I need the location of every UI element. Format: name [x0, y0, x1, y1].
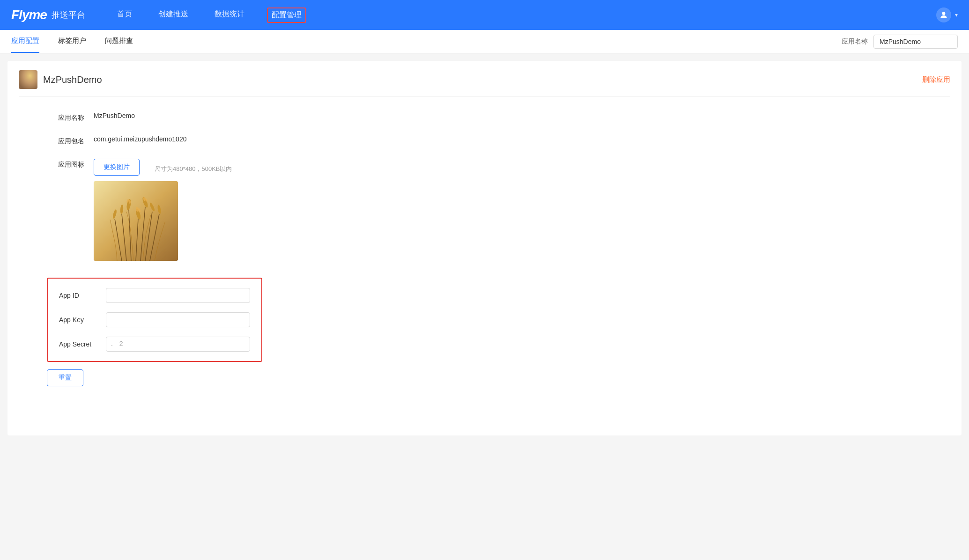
app-icon-image: [19, 70, 37, 89]
app-icon-row: 应用图标 更换图片 尺寸为480*480，500KB以内: [47, 159, 922, 261]
nav-home[interactable]: 首页: [113, 7, 136, 23]
nav-create-push[interactable]: 创建推送: [155, 7, 192, 23]
app-id-row: App ID: [59, 288, 250, 303]
change-image-button[interactable]: 更换图片: [94, 159, 140, 176]
credentials-box: App ID App Key App Secret . 2: [47, 278, 262, 362]
app-name-field-label: 应用名称: [47, 112, 84, 122]
top-navigation: Flyme 推送平台 首页 创建推送 数据统计 配置管理 ▾: [0, 0, 969, 30]
logo-flyme: Flyme: [11, 7, 47, 22]
app-id-label: App ID: [59, 292, 96, 299]
app-secret-end: 2: [119, 340, 124, 347]
icon-label: 应用图标: [47, 159, 84, 169]
app-icon-thumbnail: [19, 70, 37, 89]
app-secret-label: App Secret: [59, 340, 96, 348]
tab-tag-user[interactable]: 标签用户: [58, 30, 86, 53]
package-name-label: 应用包名: [47, 135, 84, 146]
app-name-label: 应用名称: [842, 37, 868, 46]
app-preview-image: [94, 181, 178, 261]
app-secret-row: App Secret . 2: [59, 337, 250, 352]
app-title: MzPushDemo: [43, 74, 102, 85]
package-name-row: 应用包名 com.getui.meizupushdemo1020: [47, 135, 922, 146]
app-secret-value: . 2: [106, 337, 250, 352]
icon-upload-section: 更换图片 尺寸为480*480，500KB以内: [94, 159, 232, 261]
nav-links: 首页 创建推送 数据统计 配置管理: [113, 7, 936, 23]
reset-button[interactable]: 重置: [47, 369, 83, 386]
app-key-value: [106, 312, 250, 327]
delete-app-button[interactable]: 删除应用: [922, 75, 950, 84]
svg-point-0: [942, 12, 946, 15]
chevron-down-icon: ▾: [955, 12, 958, 18]
logo-sub: 推送平台: [52, 9, 85, 21]
app-header: MzPushDemo 删除应用: [19, 70, 950, 97]
nav-user[interactable]: ▾: [936, 7, 958, 22]
app-id-value: [106, 288, 250, 303]
app-key-row: App Key: [59, 312, 250, 327]
image-hint: 尺寸为480*480，500KB以内: [155, 161, 232, 173]
nav-data-stats[interactable]: 数据统计: [211, 7, 248, 23]
user-avatar-icon: [936, 7, 951, 22]
app-key-label: App Key: [59, 316, 96, 324]
nav-config-manage[interactable]: 配置管理: [267, 7, 306, 23]
logo-area: Flyme 推送平台: [11, 7, 85, 22]
sub-navigation: 应用配置 标签用户 问题排查 应用名称 MzPushDemo: [0, 30, 969, 53]
app-name-field-value: MzPushDemo: [94, 112, 922, 119]
sub-nav-right: 应用名称 MzPushDemo: [842, 35, 958, 49]
icon-preview-area: [94, 181, 232, 261]
form-section: 应用名称 MzPushDemo 应用包名 com.getui.meizupush…: [19, 108, 950, 278]
package-name-value: com.getui.meizupushdemo1020: [94, 135, 922, 143]
tab-app-config[interactable]: 应用配置: [11, 30, 39, 53]
credentials-actions: 重置: [47, 369, 922, 386]
app-name-select[interactable]: MzPushDemo: [873, 35, 958, 49]
app-secret-start: .: [111, 340, 114, 347]
svg-rect-1: [94, 181, 178, 261]
tab-trouble-shoot[interactable]: 问题排查: [105, 30, 133, 53]
app-name-row: 应用名称 MzPushDemo: [47, 112, 922, 122]
app-header-left: MzPushDemo: [19, 70, 102, 89]
main-content: MzPushDemo 删除应用 应用名称 MzPushDemo 应用包名 com…: [7, 61, 962, 435]
sub-nav-tabs: 应用配置 标签用户 问题排查: [11, 30, 842, 53]
